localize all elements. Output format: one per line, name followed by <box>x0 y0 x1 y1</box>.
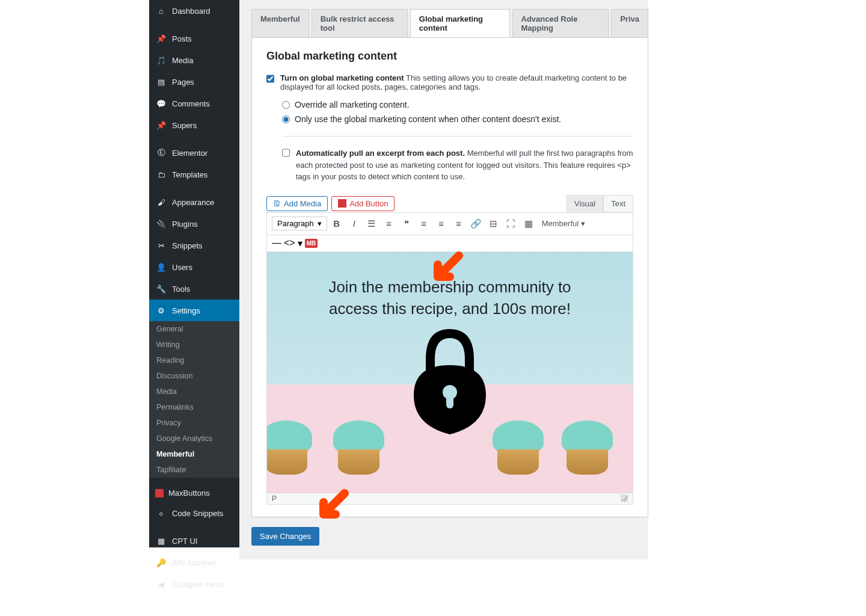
sidebar-item-label: Appearance <box>172 198 214 207</box>
sidebar-item-ari-adminer[interactable]: 🔑ARI Adminer <box>149 552 239 573</box>
editor-tab-visual[interactable]: Visual <box>567 195 603 212</box>
radio-only-when-missing[interactable]: Only use the global marketing content wh… <box>282 114 633 124</box>
cpt-icon: ▦ <box>155 535 167 547</box>
sidebar-item-label: Users <box>172 263 192 272</box>
tab-bulk-restrict[interactable]: Bulk restrict access tool <box>312 9 408 37</box>
bullet-list-button[interactable]: ☰ <box>364 216 379 232</box>
sidebar-item-label: Plugins <box>172 220 198 229</box>
annotation-arrow-icon <box>426 250 468 292</box>
sidebar-item-elementor[interactable]: ⒺElementor <box>149 142 239 164</box>
elementor-icon: Ⓔ <box>155 147 167 159</box>
sidebar-item-label: Supers <box>172 121 197 130</box>
radio-only-input[interactable] <box>282 116 290 123</box>
mb-icon <box>338 199 346 208</box>
scissors-icon: ✂ <box>155 239 167 251</box>
auto-excerpt-row: Automatically pull an excerpt from each … <box>282 147 633 183</box>
align-right-button[interactable]: ≡ <box>451 216 467 232</box>
numbered-list-button[interactable]: ≡ <box>381 216 397 232</box>
save-changes-button[interactable]: Save Changes <box>251 527 319 546</box>
sidebar-item-users[interactable]: 👤Users <box>149 256 239 278</box>
sidebar-sub-discussion[interactable]: Discussion <box>149 368 239 384</box>
wrench-icon: 🔧 <box>155 283 167 295</box>
sidebar-sub-privacy[interactable]: Privacy <box>149 415 239 431</box>
divider <box>282 136 633 137</box>
tab-advanced-role-mapping[interactable]: Advanced Role Mapping <box>512 9 609 37</box>
dashboard-icon: ⌂ <box>155 5 167 17</box>
sidebar-sub-reading[interactable]: Reading <box>149 353 239 368</box>
quote-button[interactable]: ❝ <box>399 216 414 232</box>
tab-privacy[interactable]: Priva <box>611 9 648 37</box>
editor-toolbar-1: Paragraph▾ B I ☰ ≡ ❝ ≡ ≡ ≡ 🔗 ⊟ ⛶ ▦ Membe… <box>267 213 633 235</box>
sidebar-item-plugins[interactable]: 🔌Plugins <box>149 213 239 235</box>
pin-icon: 📌 <box>155 32 167 45</box>
cupcake-image <box>556 420 619 475</box>
sidebar-item-templates[interactable]: 🗀Templates <box>149 164 239 185</box>
brush-icon: 🖌 <box>155 196 167 208</box>
sidebar-sub-permalinks[interactable]: Permalinks <box>149 399 239 415</box>
format-select[interactable]: Paragraph▾ <box>272 217 327 230</box>
cupcake-image <box>487 420 550 475</box>
tab-memberful[interactable]: Memberful <box>251 9 309 37</box>
resize-handle[interactable] <box>621 494 628 502</box>
sidebar-item-label: Posts <box>172 34 192 43</box>
align-left-button[interactable]: ≡ <box>416 216 432 232</box>
sidebar-item-settings[interactable]: ⚙Settings <box>149 300 239 321</box>
link-button[interactable]: 🔗 <box>468 216 484 232</box>
enable-label: Turn on global marketing content <box>280 73 404 82</box>
code-icon: ⟐ <box>155 507 167 519</box>
add-button-button[interactable]: Add Button <box>331 196 395 211</box>
sidebar-item-posts[interactable]: 📌Posts <box>149 28 239 49</box>
sidebar-item-maxbuttons[interactable]: MaxButtons <box>149 484 239 502</box>
sidebar-item-label: ARI Adminer <box>172 558 216 567</box>
align-center-button[interactable]: ≡ <box>434 216 449 232</box>
enable-global-marketing-checkbox[interactable] <box>266 74 274 84</box>
more-button[interactable]: ⊟ <box>486 216 502 232</box>
memberful-dropdown[interactable]: Memberful ▾ <box>538 219 589 228</box>
tab-global-marketing[interactable]: Global marketing content <box>410 9 510 37</box>
toolbar-toggle-button[interactable]: ▦ <box>521 216 536 232</box>
sidebar-item-supers[interactable]: 📌Supers <box>149 114 239 136</box>
bold-button[interactable]: B <box>329 216 345 232</box>
auto-excerpt-checkbox[interactable] <box>282 148 290 158</box>
hr-button[interactable]: — <box>272 238 281 248</box>
sidebar-item-cpt-ui[interactable]: ▦CPT UI <box>149 530 239 552</box>
sidebar-sub-google-analytics[interactable]: Google Analytics <box>149 431 239 446</box>
fullscreen-button[interactable]: ⛶ <box>503 216 519 232</box>
media-icon: 🖻 <box>273 199 281 208</box>
sidebar-item-label: Snippets <box>172 241 203 250</box>
code-button[interactable]: <> <box>284 238 295 248</box>
sidebar-sub-writing[interactable]: Writing <box>149 337 239 353</box>
sidebar-item-tools[interactable]: 🔧Tools <box>149 278 239 300</box>
enable-global-marketing-row: Turn on global marketing content This se… <box>266 73 633 91</box>
dropdown-button[interactable]: ▾ <box>298 238 302 249</box>
lock-icon <box>396 317 504 437</box>
editor-tab-text[interactable]: Text <box>603 195 633 212</box>
pages-icon: ▤ <box>155 76 167 88</box>
sidebar-item-label: Comments <box>172 99 210 108</box>
sidebar-sub-tapfiliate[interactable]: Tapfiliate <box>149 462 239 478</box>
sidebar-item-comments[interactable]: 💬Comments <box>149 93 239 114</box>
radio-override-all[interactable]: Override all marketing content. <box>282 100 633 109</box>
sidebar-sub-media[interactable]: Media <box>149 384 239 399</box>
button-label: Add Media <box>284 199 321 208</box>
plug-icon: 🔌 <box>155 218 167 230</box>
sidebar-item-media[interactable]: 🎵Media <box>149 49 239 71</box>
sidebar-item-collapse[interactable]: ◀Collapse menu <box>149 573 239 595</box>
add-media-button[interactable]: 🖻Add Media <box>266 196 328 211</box>
sidebar-item-dashboard[interactable]: ⌂Dashboard <box>149 0 239 22</box>
sidebar-item-appearance[interactable]: 🖌Appearance <box>149 191 239 213</box>
marketing-mode-radio-group: Override all marketing content. Only use… <box>282 100 633 124</box>
section-title: Global marketing content <box>266 50 633 63</box>
radio-override-input[interactable] <box>282 101 290 109</box>
sidebar-item-label: MaxButtons <box>168 488 210 497</box>
sidebar-item-label: CPT UI <box>172 537 197 546</box>
sidebar-sub-memberful[interactable]: Memberful <box>149 446 239 462</box>
mb-badge-icon[interactable]: MB <box>305 239 318 248</box>
radio-label: Override all marketing content. <box>295 100 410 109</box>
sidebar-item-label: Dashboard <box>172 7 210 16</box>
sidebar-sub-general[interactable]: General <box>149 321 239 337</box>
italic-button[interactable]: I <box>346 216 362 232</box>
sidebar-item-code-snippets[interactable]: ⟐Code Snippets <box>149 502 239 524</box>
sidebar-item-pages[interactable]: ▤Pages <box>149 71 239 93</box>
sidebar-item-snippets[interactable]: ✂Snippets <box>149 235 239 256</box>
